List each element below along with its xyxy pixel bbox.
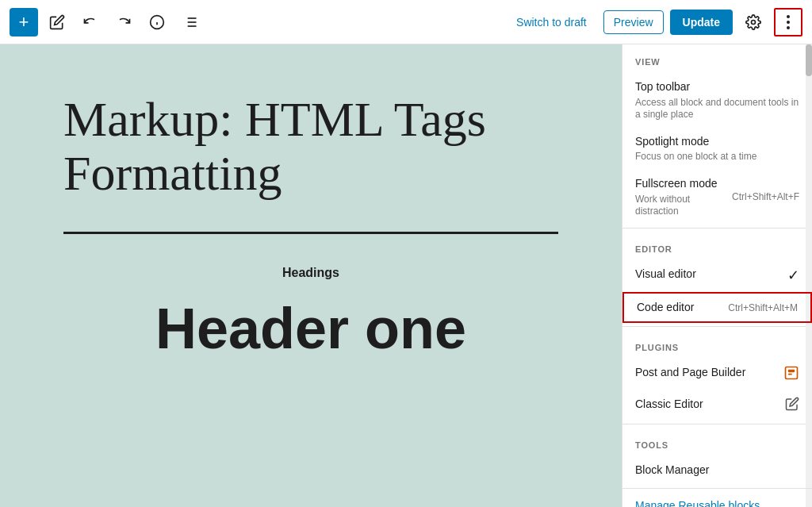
top-toolbar-title: Top toolbar [635, 79, 799, 95]
toolbar-right: Switch to draft Preview Update [506, 8, 802, 36]
pencil-icon [49, 14, 65, 30]
code-editor-item[interactable]: Code editor Ctrl+Shift+Alt+M [622, 292, 812, 324]
manage-reusable-item[interactable]: Manage Reusable blocks [622, 488, 812, 507]
scrollbar-thumb[interactable] [806, 44, 812, 76]
block-manager-item[interactable]: Block Manager [622, 456, 812, 485]
plugins-section-label: PLUGINS [622, 330, 812, 359]
headings-label: Headings [63, 266, 558, 280]
block-manager-title: Block Manager [635, 463, 799, 478]
top-toolbar-item[interactable]: Top toolbar Access all block and documen… [622, 73, 812, 128]
editor-section-label: EDITOR [622, 232, 812, 260]
fullscreen-mode-desc: Work without distraction [635, 194, 726, 218]
editor-area: Markup: HTML Tags Formatting Headings He… [0, 44, 622, 507]
post-page-builder-item[interactable]: Post and Page Builder [622, 359, 812, 390]
editor-plugins-divider [622, 326, 812, 327]
fullscreen-mode-title: Fullscreen mode [635, 176, 726, 192]
preview-button[interactable]: Preview [603, 10, 664, 34]
classic-editor-item[interactable]: Classic Editor [622, 390, 812, 421]
svg-point-12 [787, 26, 790, 29]
top-toolbar: + Switch to draft Preview Update [0, 0, 812, 44]
svg-rect-15 [788, 374, 792, 375]
content-divider [63, 232, 558, 234]
main-area: Markup: HTML Tags Formatting Headings He… [0, 44, 812, 507]
view-section-label: VIEW [622, 44, 812, 73]
spotlight-mode-desc: Focus on one block at a time [635, 151, 799, 163]
list-icon [182, 14, 198, 30]
visual-editor-item[interactable]: Visual editor ✓ [622, 260, 812, 290]
redo-button[interactable] [109, 8, 138, 36]
svg-point-9 [752, 20, 756, 24]
info-icon [149, 14, 165, 30]
tools-section-label: TOOLS [622, 428, 812, 456]
code-editor-shortcut: Ctrl+Shift+Alt+M [728, 302, 798, 313]
gear-icon [745, 14, 761, 30]
visual-editor-check: ✓ [787, 267, 799, 284]
fullscreen-mode-item[interactable]: Fullscreen mode Work without distraction… [622, 170, 812, 225]
svg-rect-13 [786, 367, 798, 379]
update-button[interactable]: Update [670, 10, 733, 35]
top-toolbar-desc: Access all block and document tools in a… [635, 97, 799, 121]
manage-reusable-title: Manage Reusable blocks [635, 498, 799, 507]
classic-editor-icon [785, 397, 799, 414]
redo-icon [116, 14, 132, 30]
post-page-builder-title: Post and Page Builder [635, 365, 777, 381]
more-options-button[interactable] [774, 8, 802, 36]
code-editor-title: Code editor [637, 300, 722, 316]
list-view-button[interactable] [176, 8, 205, 36]
options-dropdown-panel: VIEW Top toolbar Access all block and do… [622, 44, 812, 507]
edit-button[interactable] [43, 8, 71, 36]
settings-button[interactable] [739, 8, 768, 36]
switch-to-draft-button[interactable]: Switch to draft [506, 10, 597, 34]
view-editor-divider [622, 228, 812, 229]
post-page-builder-icon [783, 365, 799, 384]
add-block-button[interactable]: + [10, 8, 38, 36]
classic-editor-title: Classic Editor [635, 397, 779, 413]
info-button[interactable] [143, 8, 171, 36]
spotlight-mode-item[interactable]: Spotlight mode Focus on one block at a t… [622, 128, 812, 170]
post-title: Markup: HTML Tags Formatting [63, 92, 558, 200]
header-one: Header one [63, 296, 558, 361]
plugins-tools-divider [622, 424, 812, 424]
undo-icon [82, 14, 98, 30]
toolbar-left: + [10, 8, 506, 36]
svg-point-11 [787, 21, 790, 24]
spotlight-mode-title: Spotlight mode [635, 134, 799, 150]
visual-editor-title: Visual editor [635, 267, 781, 282]
ellipsis-vertical-icon [787, 15, 790, 29]
fullscreen-shortcut: Ctrl+Shift+Alt+F [732, 191, 799, 202]
svg-point-10 [787, 15, 790, 18]
svg-rect-14 [788, 370, 795, 372]
undo-button[interactable] [76, 8, 105, 36]
